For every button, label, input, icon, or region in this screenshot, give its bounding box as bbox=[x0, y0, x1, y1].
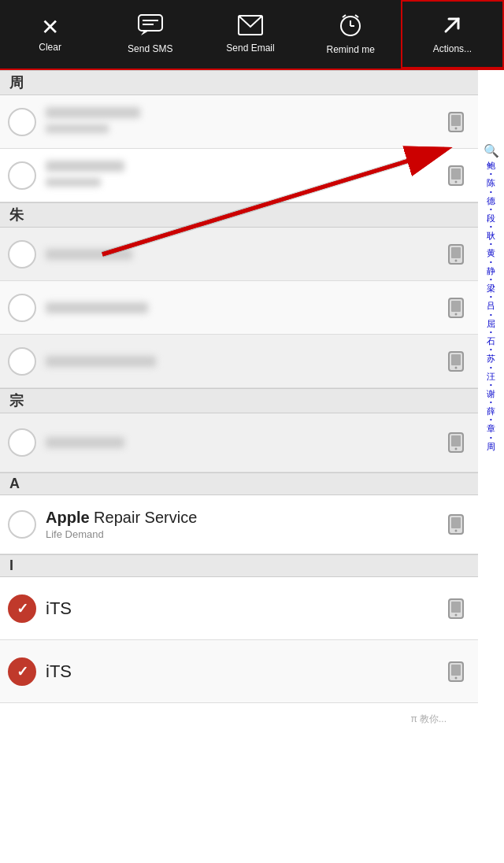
svg-point-16 bbox=[455, 180, 458, 183]
list-item[interactable] bbox=[0, 335, 478, 388]
clear-label: Clear bbox=[39, 42, 61, 53]
contact-info bbox=[46, 437, 442, 448]
contact-checkbox[interactable] bbox=[8, 510, 36, 539]
contact-checkbox-checked[interactable] bbox=[8, 594, 36, 623]
index-de[interactable]: 德 bbox=[487, 195, 495, 206]
index-bao[interactable]: 鲍 bbox=[487, 160, 495, 171]
phone-icon[interactable] bbox=[442, 428, 470, 457]
email-icon bbox=[238, 15, 263, 39]
svg-point-19 bbox=[455, 259, 458, 261]
index-wang[interactable]: 汪 bbox=[487, 371, 495, 382]
phone-icon[interactable] bbox=[442, 294, 470, 322]
index-qu[interactable]: 屈 bbox=[487, 318, 495, 329]
phone-icon[interactable] bbox=[442, 510, 470, 539]
list-item[interactable] bbox=[0, 228, 478, 281]
blurred-name bbox=[46, 302, 148, 313]
list-item[interactable]: iTS bbox=[0, 640, 478, 703]
index-xie[interactable]: 谢 bbox=[487, 388, 495, 399]
alphabetical-index: 🔍 鲍 • 陈 • 德 • 段 • 耿 • 黄 • 静 • 梁 • 吕 • 屈 … bbox=[478, 140, 504, 863]
contact-sub-lifedemand: Life Demand bbox=[46, 528, 442, 540]
index-zhang[interactable]: 章 bbox=[487, 423, 495, 434]
phone-icon[interactable] bbox=[442, 594, 470, 623]
blurred-sub bbox=[46, 178, 101, 187]
phone-icon[interactable] bbox=[442, 347, 470, 376]
contact-name bbox=[46, 107, 442, 123]
actions-button[interactable]: Actions... bbox=[401, 0, 504, 69]
phone-icon[interactable] bbox=[442, 240, 470, 269]
index-huang[interactable]: 黄 bbox=[487, 247, 495, 258]
svg-point-25 bbox=[455, 366, 458, 369]
index-chen[interactable]: 陈 bbox=[487, 177, 495, 188]
sms-icon bbox=[138, 14, 163, 40]
section-header-i: I bbox=[0, 554, 478, 577]
index-shi[interactable]: 石 bbox=[487, 335, 495, 346]
list-item[interactable] bbox=[0, 95, 478, 149]
index-liang[interactable]: 梁 bbox=[487, 283, 495, 294]
contact-checkbox[interactable] bbox=[8, 347, 36, 376]
phone-icon[interactable] bbox=[442, 657, 470, 686]
list-item[interactable] bbox=[0, 281, 478, 335]
contact-checkbox[interactable] bbox=[8, 108, 36, 136]
index-geng[interactable]: 耿 bbox=[487, 230, 495, 241]
index-zhou[interactable]: 周 bbox=[487, 441, 495, 452]
contact-checkbox-checked[interactable] bbox=[8, 657, 36, 686]
close-icon: ✕ bbox=[41, 17, 59, 39]
contact-name-its2: iTS bbox=[46, 661, 442, 682]
list-item[interactable]: Apple Repair Service Life Demand bbox=[0, 495, 478, 554]
send-sms-label: Send SMS bbox=[128, 43, 172, 54]
svg-line-9 bbox=[355, 15, 358, 17]
contact-info: iTS bbox=[46, 598, 442, 619]
contact-checkbox[interactable] bbox=[8, 428, 36, 457]
list-item[interactable]: iTS bbox=[0, 577, 478, 640]
svg-line-10 bbox=[446, 19, 458, 31]
contact-info bbox=[46, 107, 442, 136]
contact-info bbox=[46, 249, 442, 260]
svg-line-8 bbox=[343, 15, 346, 17]
svg-rect-18 bbox=[451, 247, 461, 258]
contact-info bbox=[46, 356, 442, 367]
blurred-name bbox=[46, 249, 132, 260]
actions-icon bbox=[441, 14, 463, 40]
list-item[interactable] bbox=[0, 413, 478, 472]
remind-me-label: Remind me bbox=[327, 44, 375, 55]
index-su[interactable]: 苏 bbox=[487, 353, 495, 364]
section-header-zong: 宗 bbox=[0, 388, 478, 413]
search-icon[interactable]: 🔍 bbox=[484, 143, 499, 158]
svg-rect-15 bbox=[451, 169, 461, 180]
blurred-name bbox=[46, 356, 156, 367]
contact-checkbox[interactable] bbox=[8, 294, 36, 322]
section-header-zhu: 朱 bbox=[0, 202, 478, 228]
phone-icon[interactable] bbox=[442, 161, 470, 190]
svg-rect-36 bbox=[451, 665, 461, 676]
remind-me-button[interactable]: Remind me bbox=[301, 0, 401, 69]
index-xue[interactable]: 薛 bbox=[487, 406, 495, 417]
contact-name-apple: Apple Repair Service bbox=[46, 509, 442, 527]
svg-rect-27 bbox=[451, 435, 461, 446]
contact-checkbox[interactable] bbox=[8, 161, 36, 190]
svg-rect-33 bbox=[451, 602, 461, 613]
svg-point-37 bbox=[455, 676, 458, 679]
index-jing[interactable]: 静 bbox=[487, 265, 495, 276]
contact-name-rest: Repair Service bbox=[90, 509, 198, 526]
svg-point-31 bbox=[455, 530, 458, 532]
send-email-button[interactable]: Send Email bbox=[200, 0, 300, 69]
blurred-sub bbox=[46, 124, 109, 133]
contact-name-bold: Apple bbox=[46, 509, 90, 526]
index-lv[interactable]: 吕 bbox=[487, 300, 495, 311]
contact-sub bbox=[46, 124, 442, 136]
svg-rect-21 bbox=[451, 301, 461, 312]
watermark: π 教你... bbox=[0, 703, 478, 735]
send-sms-button[interactable]: Send SMS bbox=[100, 0, 200, 69]
svg-point-34 bbox=[455, 613, 458, 616]
list-item[interactable] bbox=[0, 149, 478, 202]
clear-button[interactable]: ✕ Clear bbox=[0, 0, 100, 69]
contact-info bbox=[46, 161, 442, 190]
section-header-a: A bbox=[0, 472, 478, 495]
index-duan[interactable]: 段 bbox=[487, 213, 495, 224]
contact-name-its1: iTS bbox=[46, 598, 442, 619]
contact-checkbox[interactable] bbox=[8, 240, 36, 269]
svg-point-22 bbox=[455, 313, 458, 315]
phone-icon[interactable] bbox=[442, 108, 470, 136]
svg-rect-12 bbox=[451, 115, 461, 126]
svg-rect-24 bbox=[451, 354, 461, 365]
